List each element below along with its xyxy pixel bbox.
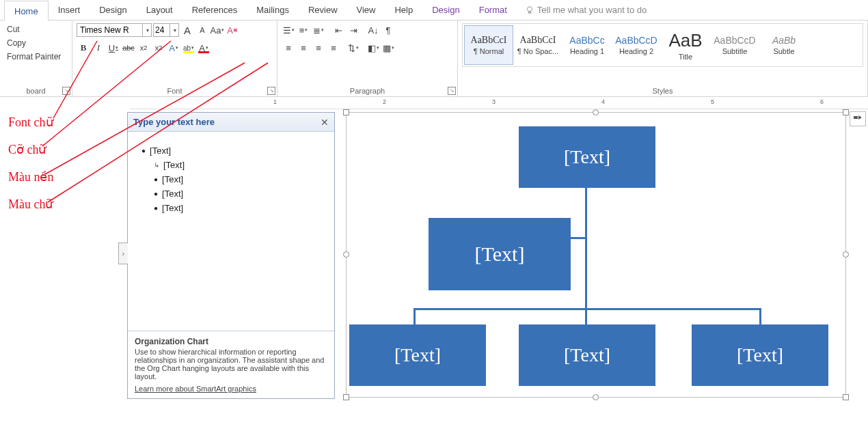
show-marks-button[interactable]: ¶ [381,23,395,37]
resize-handle[interactable] [343,394,349,400]
line-spacing-button[interactable]: ⇅▾ [347,41,360,55]
align-right-button[interactable]: ≡ [312,41,325,55]
style-heading2[interactable]: AaBbCcDHeading 2 [612,25,661,65]
tab-references[interactable]: References [182,0,247,20]
italic-button[interactable]: I [92,41,105,55]
cut-button[interactable]: Cut [4,23,64,36]
tab-home[interactable]: Home [4,1,49,21]
superscript-button[interactable]: x2 [152,41,165,55]
strikethrough-button[interactable]: abc [122,41,135,55]
text-pane-collapse-button[interactable]: › [118,243,128,264]
subscript-button[interactable]: x2 [137,41,150,55]
ruler-mark: 4 [601,98,605,105]
tab-help[interactable]: Help [385,0,422,20]
style-no-spacing[interactable]: AaBbCcI¶ No Spac... [513,25,562,65]
font-name-input[interactable] [77,23,152,37]
annotation-font: Font chữ [8,115,53,130]
change-case-button[interactable]: Aa▾ [211,23,224,37]
align-left-button[interactable]: ≡ [282,41,295,55]
tab-layout[interactable]: Layout [137,0,182,20]
org-box-child[interactable]: [Text] [519,324,655,386]
org-box-top[interactable]: [Text] [519,126,655,188]
decrease-font-icon[interactable]: A [195,23,209,37]
ruler-mark: 5 [711,98,714,105]
list-item[interactable]: ↳[Text] [154,160,321,170]
bullets-button[interactable]: ☰▾ [282,23,295,37]
sort-button[interactable]: A↓ [366,23,380,37]
close-icon[interactable]: ✕ [321,117,329,128]
font-launcher[interactable]: ↘ [267,87,275,95]
style-subtle[interactable]: AaBbSubtle [759,25,809,65]
style-normal[interactable]: AaBbCcI¶ Normal [464,25,513,65]
ribbon-tabs: Home Insert Design Layout References Mai… [0,0,868,20]
highlight-button[interactable]: ab▾ [182,41,195,55]
ruler[interactable]: 1 2 3 4 5 6 [130,97,868,109]
align-center-button[interactable]: ≡ [297,41,310,55]
tab-smartart-format[interactable]: Format [470,0,517,20]
ruler-mark: 1 [273,98,277,105]
clear-formatting-icon[interactable]: A✖ [226,23,239,37]
list-item[interactable]: ●[Text] [141,146,321,156]
format-painter-button[interactable]: Format Painter [4,51,64,63]
style-heading1[interactable]: AaBbCcHeading 1 [562,25,612,65]
resize-handle[interactable] [343,251,349,258]
text-effects-button[interactable]: A▾ [167,41,180,55]
shading-button[interactable]: ◧▾ [366,41,380,55]
font-color-button[interactable]: A▾ [197,41,211,55]
group-clipboard-label: board [4,85,68,96]
group-styles: AaBbCcI¶ Normal AaBbCcI¶ No Spac... AaBb… [458,20,868,96]
org-box-assistant[interactable]: [Text] [429,218,571,290]
annotation-color: Màu chữ [8,197,53,212]
style-title[interactable]: AaBTitle [661,25,710,65]
smartart-text-pane: › Type your text here ✕ ●[Text] ↳[Text] … [127,112,335,399]
svg-point-0 [527,6,532,11]
font-size-dropdown[interactable]: ▾ [169,23,179,37]
smartart-canvas[interactable]: [Text] [Text] [Text] [Text] [Text] [346,112,846,398]
multilevel-button[interactable]: ≣▾ [312,23,325,37]
ribbon: Cut Copy Format Painter board ↘ ▾ ▾ A A [0,20,868,97]
bold-button[interactable]: B [77,41,90,55]
decrease-indent-button[interactable]: ⇤ [331,23,345,37]
copy-button[interactable]: Copy [4,37,64,49]
text-pane-footer-desc: Use to show hierarchical information or … [135,348,327,380]
lightbulb-icon [525,5,534,15]
group-font-label: Font [77,85,273,96]
tell-me-placeholder: Tell me what you want to do [537,5,647,15]
tab-mailings[interactable]: Mailings [247,0,299,20]
list-item[interactable]: ●[Text] [154,203,321,213]
font-name-dropdown[interactable]: ▾ [142,23,152,37]
org-box-child[interactable]: [Text] [349,324,486,386]
increase-indent-button[interactable]: ⇥ [347,23,360,37]
layout-options-icon[interactable] [850,111,866,126]
resize-handle[interactable] [593,109,599,115]
tab-smartart-design[interactable]: Design [422,0,469,20]
tab-view[interactable]: View [347,0,385,20]
font-size-combo[interactable]: ▾ [153,23,179,37]
increase-font-icon[interactable]: A [180,23,194,37]
font-name-combo[interactable]: ▾ [77,23,152,37]
justify-button[interactable]: ≡ [327,41,340,55]
text-pane-header: Type your text here ✕ [128,113,334,132]
resize-handle[interactable] [343,109,349,115]
list-item[interactable]: ●[Text] [154,189,321,199]
resize-handle[interactable] [843,109,849,115]
org-box-child[interactable]: [Text] [692,324,828,386]
tab-design[interactable]: Design [90,0,136,20]
resize-handle[interactable] [593,394,599,400]
tab-review[interactable]: Review [299,0,347,20]
tell-me-search[interactable]: Tell me what you want to do [525,5,647,15]
smartart-help-link[interactable]: Learn more about SmartArt graphics [135,385,256,393]
group-paragraph-label: Paragraph [282,85,453,96]
paragraph-launcher[interactable]: ↘ [448,87,456,95]
clipboard-launcher[interactable]: ↘ [62,87,70,95]
document-area: › Type your text here ✕ ●[Text] ↳[Text] … [0,109,868,429]
underline-button[interactable]: U▾ [107,41,120,55]
text-pane-list[interactable]: ●[Text] ↳[Text] ●[Text] ●[Text] ●[Text] [128,132,334,331]
numbering-button[interactable]: ≡▾ [297,23,310,37]
list-item[interactable]: ●[Text] [154,174,321,184]
tab-insert[interactable]: Insert [49,0,90,20]
style-subtitle[interactable]: AaBbCcDSubtitle [710,25,759,65]
borders-button[interactable]: ▦▾ [381,41,395,55]
resize-handle[interactable] [843,394,849,400]
resize-handle[interactable] [843,251,849,258]
